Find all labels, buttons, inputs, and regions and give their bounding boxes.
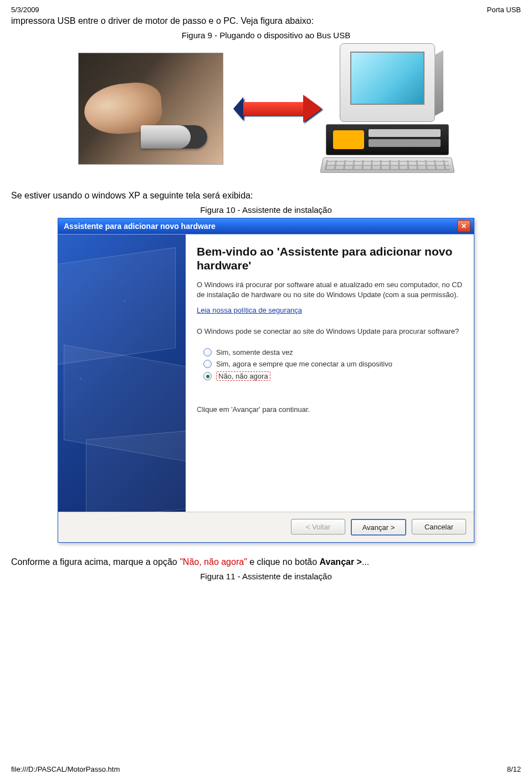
instr-red-option: "Não, não agora" xyxy=(180,557,247,567)
intro-paragraph: impressora USB entre o driver de motor d… xyxy=(11,16,521,26)
page-footer: file:///D:/PASCAL/MotorPasso.htm 8/12 xyxy=(11,765,521,773)
instr-pre: Conforme a figura acima, marque a opção xyxy=(11,557,180,567)
radio-icon xyxy=(203,360,212,368)
figure11-caption: Figura 11 - Assistente de instalação xyxy=(11,572,521,581)
wizard-question: O Windows pode se conectar ao site do Wi… xyxy=(197,327,463,337)
radio-icon xyxy=(203,348,212,356)
option-no-not-now[interactable]: Não, não agora xyxy=(202,370,463,383)
computer-illustration xyxy=(321,43,454,174)
paragraph-1: Se estiver usando o windows XP a seguint… xyxy=(11,191,521,201)
wizard-options: Sim, somente desta vez Sim, agora e semp… xyxy=(202,346,463,383)
option-yes-always[interactable]: Sim, agora e sempre que me conectar a um… xyxy=(202,358,463,370)
option-label: Sim, somente desta vez xyxy=(216,348,293,356)
usb-cable-photo xyxy=(78,53,223,165)
back-button[interactable]: < Voltar xyxy=(291,519,345,534)
instruction-paragraph: Conforme a figura acima, marque a opção … xyxy=(11,557,521,567)
wizard-button-row: < Voltar Avançar > Cancelar xyxy=(58,512,474,542)
wizard-side-art xyxy=(58,234,186,512)
next-button[interactable]: Avançar > xyxy=(351,519,406,536)
header-title: Porta USB xyxy=(487,6,521,14)
footer-path: file:///D:/PASCAL/MotorPasso.htm xyxy=(11,765,120,773)
option-label: Não, não agora xyxy=(216,371,270,381)
wizard-main-panel: Bem-vindo ao 'Assistente para adicionar … xyxy=(186,234,474,512)
hardware-wizard-dialog: Assistente para adicionar novo hardware … xyxy=(58,218,474,543)
radio-icon xyxy=(203,372,212,380)
wizard-titlebar: Assistente para adicionar novo hardware … xyxy=(58,218,474,234)
figure9-row xyxy=(11,43,521,174)
page-root: 5/3/2009 Porta USB impressora USB entre … xyxy=(0,0,532,780)
instr-mid: e clique no botão xyxy=(247,557,320,567)
wizard-body: Bem-vindo ao 'Assistente para adicionar … xyxy=(58,234,474,512)
close-icon: ✕ xyxy=(461,222,467,230)
close-button[interactable]: ✕ xyxy=(457,220,470,232)
continue-hint: Clique em 'Avançar' para continuar. xyxy=(197,405,463,415)
wizard-title: Assistente para adicionar novo hardware xyxy=(64,222,216,231)
footer-page: 8/12 xyxy=(507,765,521,773)
figure10-caption: Figura 10 - Assistente de instalação xyxy=(11,205,521,215)
page-header: 5/3/2009 Porta USB xyxy=(11,6,521,14)
wizard-welcome-title: Bem-vindo ao 'Assistente para adicionar … xyxy=(197,244,463,272)
cancel-button[interactable]: Cancelar xyxy=(412,519,466,534)
pc-tower-icon xyxy=(326,124,449,155)
keyboard-icon xyxy=(320,157,454,173)
wizard-description: O Windows irá procurar por software atua… xyxy=(197,280,463,299)
connection-arrow xyxy=(233,95,311,123)
option-label: Sim, agora e sempre que me conectar a um… xyxy=(216,360,392,368)
privacy-policy-link[interactable]: Leia nossa política de segurança xyxy=(197,306,463,314)
instr-next-label: Avançar > xyxy=(320,557,362,567)
arrow-icon xyxy=(239,102,305,115)
header-date: 5/3/2009 xyxy=(11,6,39,14)
figure9-caption: Figura 9 - Plugando o dispositivo ao Bus… xyxy=(11,30,521,40)
instr-after: ... xyxy=(362,557,369,567)
monitor-icon xyxy=(340,43,435,122)
option-yes-once[interactable]: Sim, somente desta vez xyxy=(202,346,463,358)
